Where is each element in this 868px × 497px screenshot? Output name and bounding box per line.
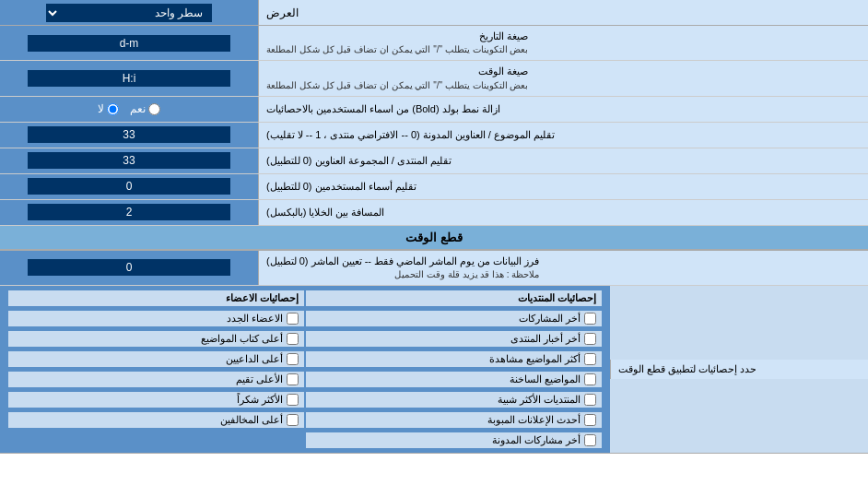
checkbox-akthar-mawadee-input[interactable] — [584, 353, 596, 365]
checkbox-akhar-mudarana-input[interactable] — [584, 434, 596, 446]
checkbox-montadayat-akthar: المنتديات الأكثر شبية — [306, 392, 602, 408]
user-names-input[interactable] — [28, 178, 230, 195]
checkbox-akthar-mawadee: أكثر المواضيع مشاهدة — [306, 351, 602, 367]
topic-sorting-row: تقليم الموضوع / العناوين المدونة (0 -- ا… — [0, 123, 868, 148]
bold-yes-label[interactable]: نعم — [130, 102, 160, 115]
cutoff-section-title: قطع الوقت — [0, 226, 868, 250]
topic-sorting-label: تقليم الموضوع / العناوين المدونة (0 -- ا… — [258, 123, 868, 148]
checkbox-aala-kutab-input[interactable] — [287, 333, 299, 345]
checkbox-aala-mukhalifeen: أعلى المخالفين — [8, 412, 304, 428]
checkbox-mawadee-sakhena-input[interactable] — [584, 373, 596, 385]
user-names-label: تقليم أسماء المستخدمين (0 للتطبيل) — [258, 174, 868, 199]
checkbox-akhar-akhbar: أخر أخبار المنتدى — [306, 331, 602, 347]
forum-sorting-input-cell — [0, 148, 258, 173]
checkbox-grid: إحصائيات المنتديات أخر المشاركات أخر أخب… — [7, 290, 603, 449]
topic-sorting-input[interactable] — [28, 126, 230, 143]
checkbox-montadayat-akthar-input[interactable] — [584, 394, 596, 406]
checkbox-mawadee-sakhena: المواضيع الساخنة — [306, 372, 602, 387]
date-format-input-cell — [0, 26, 258, 60]
bold-radio-cell: نعم لا — [0, 97, 258, 122]
checkbox-aadaa-jodod: الاعضاء الجدد — [8, 311, 304, 326]
user-names-row: تقليم أسماء المستخدمين (0 للتطبيل) — [0, 174, 868, 200]
display-row: العرض سطر واحد — [0, 0, 868, 26]
topic-sorting-input-cell — [0, 123, 258, 148]
checkbox-akhar-musharkaat-input[interactable] — [584, 313, 596, 325]
checkbox-akthar-shukran: الأكثر شكراً — [8, 392, 304, 408]
col1-title: إحصائيات المنتديات — [306, 290, 602, 306]
stats-apply-label: حدد إحصائيات لتطبيق قطع الوقت — [610, 360, 868, 379]
bold-yes-radio[interactable] — [148, 103, 160, 115]
time-format-input[interactable] — [28, 70, 230, 87]
display-label: العرض — [258, 0, 868, 25]
main-container: العرض سطر واحد صيغة التاريخ بعض التكوينا… — [0, 0, 868, 454]
cutoff-value-row: فرز البيانات من يوم الماشر الماضي فقط --… — [0, 251, 868, 286]
cutoff-value-label: فرز البيانات من يوم الماشر الماضي فقط --… — [258, 251, 868, 285]
checkbox-aala-daeen: أعلى الداعيين — [8, 351, 304, 367]
bold-no-label[interactable]: لا — [98, 102, 119, 115]
checkboxes-row: حدد إحصائيات لتطبيق قطع الوقت إحصائيات ا… — [0, 286, 868, 454]
checkbox-aala-daeen-input[interactable] — [287, 353, 299, 365]
bold-no-radio[interactable] — [107, 103, 119, 115]
checkbox-aala-mukhalifeen-input[interactable] — [287, 414, 299, 426]
checkbox-aala-taqeem-input[interactable] — [287, 373, 299, 385]
checkbox-akhar-musharkaat: أخر المشاركات — [306, 311, 602, 326]
col2-title: إحصائيات الاعضاء — [8, 290, 304, 306]
display-select[interactable]: سطر واحد — [46, 4, 212, 22]
date-format-row: صيغة التاريخ بعض التكوينات يتطلب "/" الت… — [0, 26, 868, 61]
checkbox-col-members: إحصائيات الاعضاء الاعضاء الجدد أعلى كتاب… — [7, 290, 305, 449]
user-names-input-cell — [0, 174, 258, 199]
cell-spacing-input-cell — [0, 200, 258, 225]
cell-spacing-label: المسافة بين الخلايا (بالبكسل) — [258, 200, 868, 225]
bold-row: ازالة نمط بولد (Bold) من اسماء المستخدمي… — [0, 97, 868, 123]
checkbox-akhar-akhbar-input[interactable] — [584, 333, 596, 345]
time-format-input-cell — [0, 61, 258, 95]
cell-spacing-input[interactable] — [28, 204, 230, 220]
checkbox-akhar-mudarana: أخر مشاركات المدونة — [306, 432, 602, 448]
checkbox-aadaa-jodod-input[interactable] — [287, 313, 299, 325]
forum-sorting-label: تقليم المنتدى / المجموعة العناوين (0 للت… — [258, 148, 868, 173]
time-format-row: صيغة الوقت بعض التكوينات يتطلب "/" التي … — [0, 61, 868, 96]
checkbox-aala-kutab: أعلى كتاب المواضيع — [8, 331, 304, 347]
forum-sorting-row: تقليم المنتدى / المجموعة العناوين (0 للت… — [0, 148, 868, 174]
checkbox-akthar-shukran-input[interactable] — [287, 394, 299, 406]
checkbox-aala-taqeem: الأعلى تقيم — [8, 372, 304, 387]
cutoff-value-input-cell — [0, 251, 258, 285]
checkbox-col-forums: إحصائيات المنتديات أخر المشاركات أخر أخب… — [305, 290, 603, 449]
cell-spacing-row: المسافة بين الخلايا (بالبكسل) — [0, 200, 868, 226]
date-format-label: صيغة التاريخ بعض التكوينات يتطلب "/" الت… — [258, 26, 868, 60]
forum-sorting-input[interactable] — [28, 152, 230, 169]
date-format-input[interactable] — [28, 35, 230, 52]
checkboxes-content: إحصائيات المنتديات أخر المشاركات أخر أخب… — [0, 286, 610, 453]
cutoff-section-header-row: قطع الوقت — [0, 226, 868, 251]
time-format-label: صيغة الوقت بعض التكوينات يتطلب "/" التي … — [258, 61, 868, 95]
checkbox-ahdath-ilanat-input[interactable] — [584, 414, 596, 426]
checkbox-ahdath-ilanat: أحدث الإعلانات المبوبة — [306, 412, 602, 428]
display-select-cell: سطر واحد — [0, 0, 258, 25]
bold-label: ازالة نمط بولد (Bold) من اسماء المستخدمي… — [258, 97, 868, 122]
cutoff-value-input[interactable] — [28, 259, 230, 276]
